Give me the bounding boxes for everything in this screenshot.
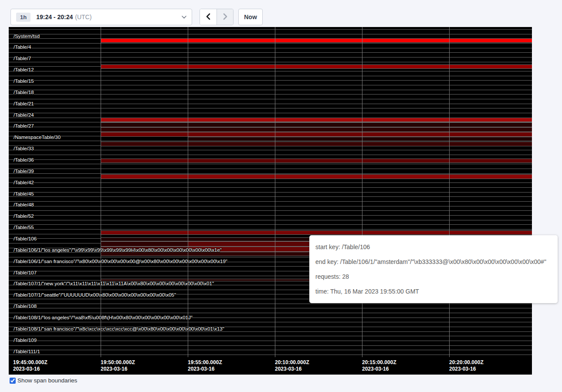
now-button[interactable]: Now <box>238 9 263 25</box>
time-gridline <box>101 27 101 357</box>
heat-band[interactable] <box>101 38 532 43</box>
span-boundary-line <box>9 173 532 174</box>
heat-band[interactable] <box>101 230 532 235</box>
span-boundary-line <box>9 322 532 322</box>
span-boundary-line <box>9 150 532 150</box>
span-boundary-line <box>9 108 532 108</box>
x-axis-date: 2023-03-16 <box>362 366 396 372</box>
span-boundary-line <box>9 220 532 220</box>
span-boundary-line <box>9 48 532 48</box>
x-axis-time: 20:10:00.000Z <box>275 359 309 366</box>
row-label: /Table/107/1/"seattle"/"UUUUUUD\x00\x80\… <box>14 292 176 297</box>
span-boundary-line <box>9 99 532 99</box>
x-axis-date: 2023-03-16 <box>449 366 484 372</box>
show-span-boundaries-checkbox[interactable] <box>10 378 16 384</box>
span-boundary-line <box>9 76 532 76</box>
key-visualizer-canvas[interactable]: /System/tsd/Table/4/Table/7/Table/12/Tab… <box>9 27 532 375</box>
x-axis-time: 19:45:00.000Z <box>13 359 47 366</box>
time-range-select[interactable]: 1h 19:24 - 20:24 (UTC) <box>10 9 192 25</box>
heat-band[interactable] <box>101 127 532 132</box>
row-label: /Table/107/1/"new york"/"\x11\x11\x11\x1… <box>14 281 214 286</box>
row-label: /Table/21 <box>14 101 34 106</box>
time-range-timezone: (UTC) <box>75 14 91 20</box>
time-gridline <box>188 27 188 357</box>
heat-band[interactable] <box>101 132 532 137</box>
span-boundary-line <box>9 313 532 313</box>
span-boundary-line <box>9 336 532 336</box>
span-boundary-line <box>9 341 532 341</box>
tooltip-time: time: Thu, 16 Mar 2023 19:55:00 GMT <box>315 284 552 299</box>
heat-band[interactable] <box>101 122 532 127</box>
next-time-button[interactable] <box>217 9 233 25</box>
row-label: /Table/48 <box>14 202 34 207</box>
span-boundary-line <box>9 229 532 230</box>
chevron-right-icon <box>223 13 228 21</box>
heat-band[interactable] <box>101 64 532 69</box>
row-label: /Table/15 <box>14 78 34 84</box>
x-axis-tick: 20:20:00.000Z2023-03-16 <box>449 359 484 372</box>
x-axis-date: 2023-03-16 <box>13 366 47 372</box>
x-axis-time: 20:20:00.000Z <box>449 359 484 366</box>
row-label: /Table/18 <box>14 90 34 95</box>
x-axis-date: 2023-03-16 <box>101 366 135 372</box>
row-label: /Table/106 <box>14 236 37 241</box>
heat-band[interactable] <box>101 174 532 179</box>
row-label: /Table/108/1/"los angeles"/"\xa8\xf5\u00… <box>14 315 193 320</box>
time-nav-group <box>200 9 234 25</box>
time-gridline <box>449 27 450 357</box>
span-boundary-line <box>9 164 532 164</box>
span-boundary-line <box>9 43 532 44</box>
span-boundary-line <box>9 206 532 206</box>
span-boundary-line <box>9 215 532 216</box>
span-boundary-line <box>9 304 532 304</box>
span-boundary-line <box>9 85 532 85</box>
span-tooltip: start key: /Table/106 end key: /Table/10… <box>309 235 558 303</box>
row-label: /Table/106/1/"los angeles"/"\x99\x99\x99… <box>14 247 222 253</box>
x-axis-time: 19:50:00.000Z <box>101 359 135 366</box>
row-label: /Table/52 <box>14 213 34 219</box>
span-boundary-line <box>9 52 532 53</box>
heat-band[interactable] <box>101 241 188 247</box>
x-axis-tick: 20:15:00.000Z2023-03-16 <box>362 359 396 372</box>
x-axis-tick: 19:45:00.000Z2023-03-16 <box>13 359 47 372</box>
x-axis-time: 19:55:00.000Z <box>188 359 222 366</box>
time-gridline <box>275 27 275 357</box>
span-boundary-line <box>9 224 532 225</box>
chevron-down-icon <box>182 16 186 19</box>
span-boundary-line <box>9 210 532 211</box>
heat-band[interactable] <box>101 159 532 163</box>
span-boundary-line <box>9 34 532 34</box>
tooltip-end-key: end key: /Table/106/1/"amsterdam"/"\xb33… <box>315 254 552 269</box>
x-axis-date: 2023-03-16 <box>188 366 222 372</box>
prev-time-button[interactable] <box>200 9 217 25</box>
row-label: /Table/33 <box>14 146 34 151</box>
span-boundary-line <box>9 155 532 155</box>
row-label: /Table/55 <box>14 225 34 230</box>
row-label: /Table/108 <box>14 304 37 309</box>
span-boundary-line <box>9 308 532 308</box>
span-boundary-line <box>9 196 532 197</box>
heat-band[interactable] <box>101 118 532 122</box>
row-label: /Table/109 <box>14 338 37 343</box>
heat-band[interactable] <box>101 142 532 146</box>
x-axis-tick: 19:50:00.000Z2023-03-16 <box>101 359 135 372</box>
x-axis-tick: 19:55:00.000Z2023-03-16 <box>188 359 222 372</box>
row-label: /Table/108/1/"san francisco"/"\x8c\xcc\x… <box>14 326 224 331</box>
span-boundary-line <box>9 187 532 188</box>
time-preset-badge: 1h <box>16 13 30 22</box>
row-label: /NamespaceTable/30 <box>14 135 61 140</box>
row-label: /Table/36 <box>14 157 34 162</box>
row-label: /Table/4 <box>14 44 31 50</box>
x-axis-tick: 20:10:00.000Z2023-03-16 <box>275 359 309 372</box>
span-boundary-line <box>9 182 532 183</box>
span-boundary-line <box>9 104 532 104</box>
row-label: /Table/27 <box>14 123 34 128</box>
span-boundary-line <box>9 29 532 30</box>
span-boundary-line <box>9 350 532 350</box>
span-boundary-line <box>9 57 532 57</box>
show-span-boundaries-label[interactable]: Show span boundaries <box>17 377 77 384</box>
key-visualizer-page: 1h 19:24 - 20:24 (UTC) Now /System/tsd/T… <box>0 0 562 392</box>
heat-band[interactable] <box>188 137 532 141</box>
span-boundary-line <box>9 62 532 62</box>
row-label: /Table/107 <box>14 270 37 275</box>
